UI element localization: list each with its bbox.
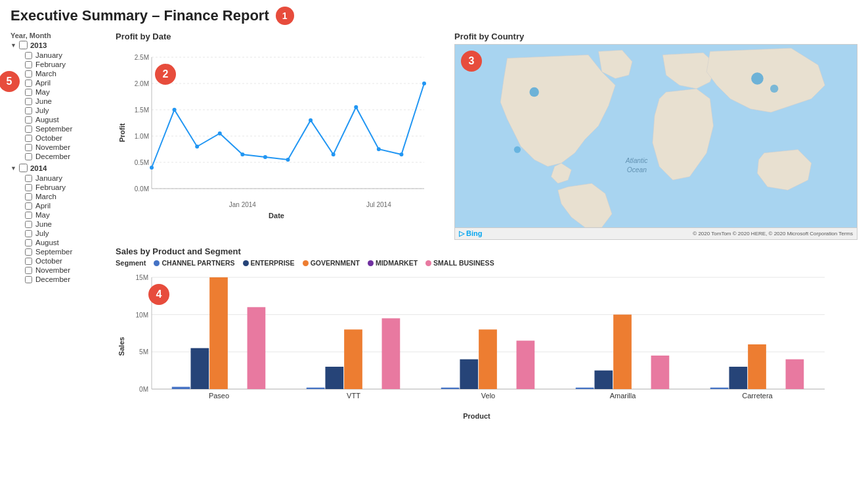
year-label-2013: 2013 [30, 41, 47, 49]
map-attribution: © 2020 TomTom © 2020 HERE, © 2020 Micros… [693, 231, 853, 237]
svg-rect-66 [594, 371, 613, 389]
month-checkbox-April-2014[interactable] [25, 202, 32, 210]
bing-logo: ▷ Bing [459, 229, 483, 238]
chevron-icon: ▼ [11, 165, 16, 172]
month-label-September-2013: September [35, 125, 72, 133]
month-checkbox-April-2013[interactable] [25, 80, 32, 87]
svg-point-35 [514, 146, 521, 152]
month-checkbox-February-2014[interactable] [25, 184, 32, 191]
month-checkbox-September-2014[interactable] [25, 248, 32, 256]
svg-text:1.0M: 1.0M [135, 133, 149, 140]
month-item-June-2014[interactable]: June [25, 220, 113, 229]
month-list-2013: JanuaryFebruaryMarchAprilMayJuneJulyAugu… [11, 51, 113, 161]
month-checkbox-January-2013[interactable] [25, 52, 32, 59]
month-item-July-2014[interactable]: July [25, 229, 113, 238]
year-checkbox-2014[interactable] [19, 164, 28, 172]
legend-label: ENTERPRISE [251, 259, 295, 267]
svg-rect-62 [479, 329, 497, 389]
svg-point-26 [332, 152, 336, 156]
month-item-August-2014[interactable]: August [25, 238, 113, 247]
month-item-September-2013[interactable]: September [25, 124, 113, 133]
month-item-April-2014[interactable]: April [25, 201, 113, 210]
month-label-March-2014: March [35, 193, 56, 200]
month-checkbox-August-2013[interactable] [25, 116, 32, 124]
month-checkbox-September-2013[interactable] [25, 126, 32, 133]
svg-text:0.0M: 0.0M [135, 185, 149, 193]
month-label-August-2013: August [35, 116, 59, 124]
month-checkbox-July-2014[interactable] [25, 230, 32, 237]
month-label-June-2014: June [35, 220, 52, 228]
month-item-October-2013[interactable]: October [25, 133, 113, 143]
month-checkbox-June-2014[interactable] [25, 221, 32, 228]
month-item-August-2013[interactable]: August [25, 115, 113, 124]
right-panel: Profit by Date 2 0.0M0.5M1.0M1.5M2.0M2.5… [116, 32, 857, 480]
month-item-December-2013[interactable]: December [25, 152, 113, 161]
month-checkbox-November-2013[interactable] [25, 144, 32, 151]
month-label-August-2014: August [35, 239, 59, 246]
month-checkbox-December-2013[interactable] [25, 153, 32, 160]
month-checkbox-November-2014[interactable] [25, 267, 32, 274]
svg-text:Date: Date [269, 212, 284, 220]
month-item-December-2014[interactable]: December [25, 275, 113, 284]
month-label-February-2013: February [35, 60, 66, 68]
legend-dot [154, 260, 160, 266]
year-header-2013[interactable]: ▼2013 [11, 41, 113, 49]
svg-point-19 [173, 108, 177, 112]
svg-text:Atlantic: Atlantic [625, 157, 649, 164]
legend-dot [368, 260, 374, 266]
month-checkbox-May-2013[interactable] [25, 89, 32, 96]
month-item-November-2013[interactable]: November [25, 143, 113, 152]
month-label-February-2014: February [35, 183, 66, 191]
sales-chart-svg: 0M5M10M15MProductSalesPaseoVTTVeloAmaril… [116, 271, 838, 422]
map-footer: ▷ Bing © 2020 TomTom © 2020 HERE, © 2020… [454, 228, 857, 240]
svg-rect-53 [248, 307, 266, 389]
month-item-February-2014[interactable]: February [25, 183, 113, 192]
month-checkbox-October-2013[interactable] [25, 135, 32, 142]
month-item-October-2014[interactable]: October [25, 256, 113, 266]
month-checkbox-December-2014[interactable] [25, 276, 32, 283]
month-item-April-2013[interactable]: April [25, 78, 113, 87]
svg-point-30 [422, 81, 426, 85]
sidebar-years: ▼2013JanuaryFebruaryMarchAprilMayJuneJul… [11, 41, 113, 284]
month-checkbox-January-2014[interactable] [25, 175, 32, 182]
year-header-2014[interactable]: ▼2014 [11, 164, 113, 172]
month-label-May-2013: May [35, 88, 50, 96]
profit-chart-title: Profit by Date [116, 32, 444, 41]
month-checkbox-March-2013[interactable] [25, 70, 32, 78]
month-item-January-2014[interactable]: January [25, 174, 113, 183]
svg-text:Product: Product [463, 412, 490, 420]
month-checkbox-March-2014[interactable] [25, 193, 32, 200]
sales-badge: 4 [148, 284, 169, 305]
month-list-2014: JanuaryFebruaryMarchAprilMayJuneJulyAugu… [11, 174, 113, 284]
month-item-June-2013[interactable]: June [25, 97, 113, 106]
svg-rect-50 [172, 387, 190, 389]
month-item-March-2013[interactable]: March [25, 69, 113, 78]
month-item-May-2014[interactable]: May [25, 210, 113, 220]
month-checkbox-June-2013[interactable] [25, 98, 32, 105]
svg-point-36 [751, 72, 764, 85]
month-checkbox-July-2013[interactable] [25, 107, 32, 114]
month-item-September-2014[interactable]: September [25, 247, 113, 256]
month-item-November-2014[interactable]: November [25, 266, 113, 275]
month-item-January-2013[interactable]: January [25, 51, 113, 60]
svg-point-25 [309, 118, 313, 122]
month-item-May-2013[interactable]: May [25, 87, 113, 97]
month-checkbox-October-2014[interactable] [25, 258, 32, 265]
month-item-July-2013[interactable]: July [25, 106, 113, 115]
year-checkbox-2013[interactable] [19, 41, 28, 49]
svg-rect-51 [190, 348, 209, 389]
svg-text:Profit: Profit [118, 123, 126, 142]
month-item-March-2014[interactable]: March [25, 192, 113, 201]
month-checkbox-May-2014[interactable] [25, 212, 32, 219]
svg-rect-58 [382, 318, 401, 389]
month-checkbox-February-2013[interactable] [25, 61, 32, 68]
svg-rect-60 [441, 388, 460, 389]
month-checkbox-August-2014[interactable] [25, 239, 32, 246]
svg-text:Ocean: Ocean [627, 166, 647, 174]
month-item-February-2013[interactable]: February [25, 60, 113, 69]
svg-rect-55 [307, 388, 325, 389]
month-label-May-2014: May [35, 211, 50, 219]
svg-point-34 [529, 87, 538, 97]
chevron-icon: ▼ [11, 42, 16, 49]
legend-item-ENTERPRISE: ENTERPRISE [243, 259, 295, 267]
